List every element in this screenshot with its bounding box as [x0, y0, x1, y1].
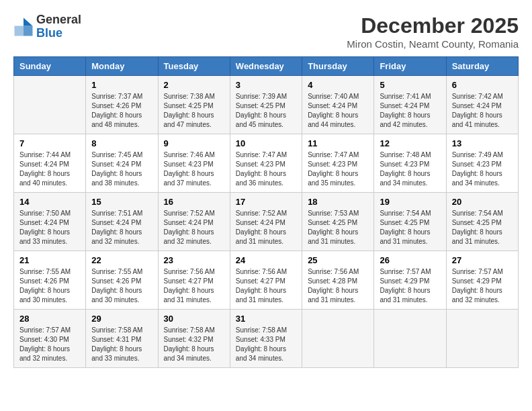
day-number: 9 — [164, 138, 224, 148]
calendar-cell: 9Sunrise: 7:46 AM Sunset: 4:23 PM Daylig… — [158, 134, 230, 193]
calendar-cell — [302, 310, 374, 368]
day-number: 16 — [164, 197, 224, 207]
day-info: Sunrise: 7:58 AM Sunset: 4:31 PM Dayligh… — [91, 326, 152, 363]
day-header-saturday: Saturday — [446, 57, 518, 76]
day-headers-row: SundayMondayTuesdayWednesdayThursdayFrid… — [14, 57, 519, 76]
day-info: Sunrise: 7:44 AM Sunset: 4:24 PM Dayligh… — [19, 150, 80, 188]
day-info: Sunrise: 7:55 AM Sunset: 4:26 PM Dayligh… — [91, 267, 152, 305]
day-number: 5 — [380, 80, 440, 90]
calendar-cell: 29Sunrise: 7:58 AM Sunset: 4:31 PM Dayli… — [86, 310, 158, 368]
svg-marker-2 — [15, 26, 24, 36]
calendar-cell: 7Sunrise: 7:44 AM Sunset: 4:24 PM Daylig… — [14, 134, 86, 193]
calendar-cell: 28Sunrise: 7:57 AM Sunset: 4:30 PM Dayli… — [14, 310, 86, 368]
day-header-monday: Monday — [86, 57, 158, 76]
day-number: 31 — [236, 314, 296, 324]
calendar-cell: 11Sunrise: 7:47 AM Sunset: 4:23 PM Dayli… — [302, 134, 374, 193]
calendar-cell: 27Sunrise: 7:57 AM Sunset: 4:29 PM Dayli… — [446, 251, 518, 310]
calendar-cell: 17Sunrise: 7:52 AM Sunset: 4:24 PM Dayli… — [230, 193, 302, 251]
day-info: Sunrise: 7:56 AM Sunset: 4:28 PM Dayligh… — [308, 267, 368, 305]
calendar-cell — [374, 310, 446, 368]
day-number: 12 — [380, 138, 440, 148]
calendar-cell: 30Sunrise: 7:58 AM Sunset: 4:32 PM Dayli… — [158, 310, 230, 368]
day-number: 17 — [236, 197, 296, 207]
day-info: Sunrise: 7:46 AM Sunset: 4:23 PM Dayligh… — [164, 150, 224, 188]
week-row-1: 1Sunrise: 7:37 AM Sunset: 4:26 PM Daylig… — [14, 76, 519, 134]
logo-blue-text: Blue — [36, 26, 62, 40]
day-number: 27 — [452, 255, 513, 265]
calendar-cell: 22Sunrise: 7:55 AM Sunset: 4:26 PM Dayli… — [86, 251, 158, 310]
day-info: Sunrise: 7:41 AM Sunset: 4:24 PM Dayligh… — [380, 92, 440, 130]
calendar-cell: 4Sunrise: 7:40 AM Sunset: 4:24 PM Daylig… — [302, 76, 374, 134]
calendar-cell: 2Sunrise: 7:38 AM Sunset: 4:25 PM Daylig… — [158, 76, 230, 134]
calendar-cell: 15Sunrise: 7:51 AM Sunset: 4:24 PM Dayli… — [86, 193, 158, 251]
day-info: Sunrise: 7:57 AM Sunset: 4:30 PM Dayligh… — [19, 326, 80, 363]
week-row-4: 21Sunrise: 7:55 AM Sunset: 4:26 PM Dayli… — [14, 251, 519, 310]
calendar-cell — [14, 76, 86, 134]
calendar-cell: 13Sunrise: 7:49 AM Sunset: 4:23 PM Dayli… — [446, 134, 518, 193]
day-number: 7 — [19, 138, 80, 148]
day-info: Sunrise: 7:58 AM Sunset: 4:33 PM Dayligh… — [236, 326, 296, 363]
day-number: 11 — [308, 138, 368, 148]
calendar-cell: 21Sunrise: 7:55 AM Sunset: 4:26 PM Dayli… — [14, 251, 86, 310]
day-info: Sunrise: 7:53 AM Sunset: 4:25 PM Dayligh… — [308, 209, 368, 246]
logo-general-text: General — [36, 13, 81, 26]
logo-icon — [13, 17, 34, 37]
day-number: 8 — [91, 138, 152, 148]
week-row-5: 28Sunrise: 7:57 AM Sunset: 4:30 PM Dayli… — [14, 310, 519, 368]
day-number: 3 — [236, 80, 296, 90]
calendar-body: 1Sunrise: 7:37 AM Sunset: 4:26 PM Daylig… — [14, 76, 519, 368]
calendar-cell: 24Sunrise: 7:56 AM Sunset: 4:27 PM Dayli… — [230, 251, 302, 310]
calendar-cell: 31Sunrise: 7:58 AM Sunset: 4:33 PM Dayli… — [230, 310, 302, 368]
day-info: Sunrise: 7:54 AM Sunset: 4:25 PM Dayligh… — [380, 209, 440, 246]
calendar-cell: 16Sunrise: 7:52 AM Sunset: 4:24 PM Dayli… — [158, 193, 230, 251]
calendar-cell: 23Sunrise: 7:56 AM Sunset: 4:27 PM Dayli… — [158, 251, 230, 310]
day-number: 13 — [452, 138, 513, 148]
day-info: Sunrise: 7:56 AM Sunset: 4:27 PM Dayligh… — [164, 267, 224, 305]
svg-marker-0 — [24, 17, 33, 26]
day-number: 19 — [380, 197, 440, 207]
day-number: 14 — [19, 197, 80, 207]
calendar-cell: 6Sunrise: 7:42 AM Sunset: 4:24 PM Daylig… — [446, 76, 518, 134]
day-info: Sunrise: 7:55 AM Sunset: 4:26 PM Dayligh… — [19, 267, 80, 305]
calendar-cell: 1Sunrise: 7:37 AM Sunset: 4:26 PM Daylig… — [86, 76, 158, 134]
day-info: Sunrise: 7:49 AM Sunset: 4:23 PM Dayligh… — [452, 150, 513, 188]
calendar-cell: 20Sunrise: 7:54 AM Sunset: 4:25 PM Dayli… — [446, 193, 518, 251]
day-info: Sunrise: 7:57 AM Sunset: 4:29 PM Dayligh… — [452, 267, 513, 305]
day-header-tuesday: Tuesday — [158, 57, 230, 76]
day-number: 10 — [236, 138, 296, 148]
svg-marker-1 — [24, 26, 33, 36]
day-info: Sunrise: 7:52 AM Sunset: 4:24 PM Dayligh… — [236, 209, 296, 246]
day-info: Sunrise: 7:54 AM Sunset: 4:25 PM Dayligh… — [452, 209, 513, 246]
day-info: Sunrise: 7:40 AM Sunset: 4:24 PM Dayligh… — [308, 92, 368, 130]
calendar-cell: 12Sunrise: 7:48 AM Sunset: 4:23 PM Dayli… — [374, 134, 446, 193]
day-info: Sunrise: 7:45 AM Sunset: 4:24 PM Dayligh… — [91, 150, 152, 188]
calendar-cell: 8Sunrise: 7:45 AM Sunset: 4:24 PM Daylig… — [86, 134, 158, 193]
logo: General Blue — [13, 13, 81, 40]
day-info: Sunrise: 7:58 AM Sunset: 4:32 PM Dayligh… — [164, 326, 224, 363]
day-info: Sunrise: 7:52 AM Sunset: 4:24 PM Dayligh… — [164, 209, 224, 246]
day-number: 21 — [19, 255, 80, 265]
title-block: December 2025 Miron Costin, Neamt County… — [347, 13, 519, 50]
calendar-cell: 10Sunrise: 7:47 AM Sunset: 4:23 PM Dayli… — [230, 134, 302, 193]
day-number: 24 — [236, 255, 296, 265]
week-row-3: 14Sunrise: 7:50 AM Sunset: 4:24 PM Dayli… — [14, 193, 519, 251]
day-number: 18 — [308, 197, 368, 207]
calendar-cell: 19Sunrise: 7:54 AM Sunset: 4:25 PM Dayli… — [374, 193, 446, 251]
day-info: Sunrise: 7:42 AM Sunset: 4:24 PM Dayligh… — [452, 92, 513, 130]
day-info: Sunrise: 7:37 AM Sunset: 4:26 PM Dayligh… — [91, 92, 152, 130]
day-info: Sunrise: 7:39 AM Sunset: 4:25 PM Dayligh… — [236, 92, 296, 130]
day-number: 4 — [308, 80, 368, 90]
day-info: Sunrise: 7:47 AM Sunset: 4:23 PM Dayligh… — [236, 150, 296, 188]
day-number: 28 — [19, 314, 80, 324]
day-info: Sunrise: 7:38 AM Sunset: 4:25 PM Dayligh… — [164, 92, 224, 130]
calendar-cell: 5Sunrise: 7:41 AM Sunset: 4:24 PM Daylig… — [374, 76, 446, 134]
calendar-cell: 3Sunrise: 7:39 AM Sunset: 4:25 PM Daylig… — [230, 76, 302, 134]
day-number: 25 — [308, 255, 368, 265]
calendar-cell: 14Sunrise: 7:50 AM Sunset: 4:24 PM Dayli… — [14, 193, 86, 251]
day-header-sunday: Sunday — [14, 57, 86, 76]
calendar-cell: 26Sunrise: 7:57 AM Sunset: 4:29 PM Dayli… — [374, 251, 446, 310]
calendar-cell: 25Sunrise: 7:56 AM Sunset: 4:28 PM Dayli… — [302, 251, 374, 310]
calendar-table: SundayMondayTuesdayWednesdayThursdayFrid… — [13, 56, 519, 368]
day-info: Sunrise: 7:57 AM Sunset: 4:29 PM Dayligh… — [380, 267, 440, 305]
day-header-thursday: Thursday — [302, 57, 374, 76]
